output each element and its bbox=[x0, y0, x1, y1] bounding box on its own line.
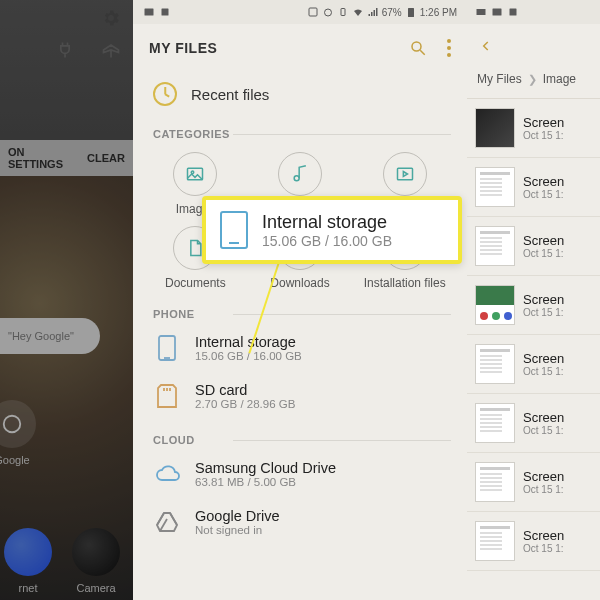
svg-rect-11 bbox=[397, 168, 412, 180]
battery-icon bbox=[405, 6, 417, 18]
screenshot-status-icon bbox=[159, 6, 171, 18]
power-icon[interactable] bbox=[55, 40, 75, 60]
homescreen-panel: ON SETTINGS CLEAR "Hey Google" Google rn… bbox=[0, 0, 133, 600]
thumbnail bbox=[475, 462, 515, 502]
phone-icon bbox=[153, 334, 181, 362]
svg-rect-3 bbox=[309, 8, 317, 16]
more-menu-icon[interactable] bbox=[447, 39, 451, 57]
settings-button[interactable]: ON SETTINGS bbox=[8, 146, 77, 170]
list-item[interactable]: ScreenOct 15 1: bbox=[467, 394, 600, 453]
samsung-cloud-row[interactable]: Samsung Cloud Drive63.81 MB / 5.00 GB bbox=[133, 450, 467, 498]
list-item[interactable]: ScreenOct 15 1: bbox=[467, 99, 600, 158]
thumbnail bbox=[475, 226, 515, 266]
battery-percent: 67% bbox=[382, 7, 402, 18]
svg-rect-14 bbox=[159, 336, 175, 360]
google-search-bar[interactable]: "Hey Google" bbox=[0, 318, 100, 354]
google-drive-row[interactable]: Google DriveNot signed in bbox=[133, 498, 467, 546]
status-bar-right bbox=[467, 0, 600, 24]
app-title: MY FILES bbox=[149, 40, 217, 56]
svg-rect-1 bbox=[145, 9, 154, 16]
gdrive-icon bbox=[153, 508, 181, 536]
internal-storage-callout: Internal storage 15.06 GB / 16.00 GB bbox=[202, 196, 462, 264]
screenshot-status-icon bbox=[507, 6, 519, 18]
camera-app-icon[interactable]: Camera bbox=[72, 528, 120, 594]
sd-card-icon bbox=[153, 382, 181, 410]
svg-point-10 bbox=[294, 176, 299, 181]
internal-storage-row[interactable]: Internal storage15.06 GB / 16.00 GB bbox=[133, 324, 467, 372]
status-time: 1:26 PM bbox=[420, 7, 457, 18]
clock-icon bbox=[153, 82, 177, 106]
gallery-status-icon bbox=[491, 6, 503, 18]
cloud-section-label: CLOUD bbox=[133, 428, 467, 446]
nfc-icon bbox=[307, 6, 319, 18]
list-item[interactable]: ScreenOct 15 1: bbox=[467, 512, 600, 571]
phone-icon bbox=[220, 211, 248, 249]
categories-section-label: CATEGORIES bbox=[133, 122, 467, 140]
back-icon[interactable] bbox=[479, 39, 493, 53]
recent-files-row[interactable]: Recent files bbox=[133, 72, 467, 122]
alarm-icon bbox=[322, 6, 334, 18]
thumbnail bbox=[475, 403, 515, 443]
clear-button[interactable]: CLEAR bbox=[87, 152, 125, 164]
signal-icon bbox=[367, 6, 379, 18]
svg-point-4 bbox=[324, 9, 331, 16]
vibrate-icon bbox=[337, 6, 349, 18]
wifi-icon bbox=[352, 6, 364, 18]
thumbnail bbox=[475, 108, 515, 148]
audio-icon bbox=[278, 152, 322, 196]
gallery-status-icon bbox=[143, 6, 155, 18]
thumbnail bbox=[475, 285, 515, 325]
thumbnail bbox=[475, 344, 515, 384]
search-icon[interactable] bbox=[409, 39, 427, 57]
google-app-icon[interactable]: Google bbox=[0, 400, 42, 466]
images-folder-panel: My Files ❯ Image ScreenOct 15 1: ScreenO… bbox=[467, 0, 600, 600]
svg-rect-5 bbox=[341, 9, 345, 16]
my-files-app: 67% 1:26 PM MY FILES Recent files CATEGO… bbox=[133, 0, 467, 600]
svg-rect-6 bbox=[408, 8, 414, 17]
phone-section-label: PHONE bbox=[133, 302, 467, 320]
list-item[interactable]: ScreenOct 15 1: bbox=[467, 158, 600, 217]
cloud-icon bbox=[153, 460, 181, 488]
mail-status-icon bbox=[475, 6, 487, 18]
image-icon bbox=[173, 152, 217, 196]
chevron-right-icon: ❯ bbox=[528, 73, 537, 86]
airplane-icon[interactable] bbox=[101, 40, 121, 60]
breadcrumb[interactable]: My Files ❯ Image bbox=[467, 68, 600, 99]
list-item[interactable]: ScreenOct 15 1: bbox=[467, 453, 600, 512]
svg-point-7 bbox=[412, 42, 421, 51]
svg-rect-16 bbox=[510, 9, 517, 16]
list-item[interactable]: ScreenOct 15 1: bbox=[467, 217, 600, 276]
thumbnail bbox=[475, 521, 515, 561]
list-item[interactable]: ScreenOct 15 1: bbox=[467, 276, 600, 335]
video-icon bbox=[383, 152, 427, 196]
list-item[interactable]: ScreenOct 15 1: bbox=[467, 335, 600, 394]
gear-icon[interactable] bbox=[101, 8, 121, 28]
sd-card-row[interactable]: SD card2.70 GB / 28.96 GB bbox=[133, 372, 467, 420]
svg-rect-15 bbox=[493, 9, 502, 16]
svg-rect-2 bbox=[162, 9, 169, 16]
internet-app-icon[interactable]: rnet bbox=[4, 528, 52, 594]
status-bar: 67% 1:26 PM bbox=[133, 0, 467, 24]
svg-point-0 bbox=[4, 416, 21, 433]
thumbnail bbox=[475, 167, 515, 207]
wallpaper bbox=[0, 176, 133, 600]
